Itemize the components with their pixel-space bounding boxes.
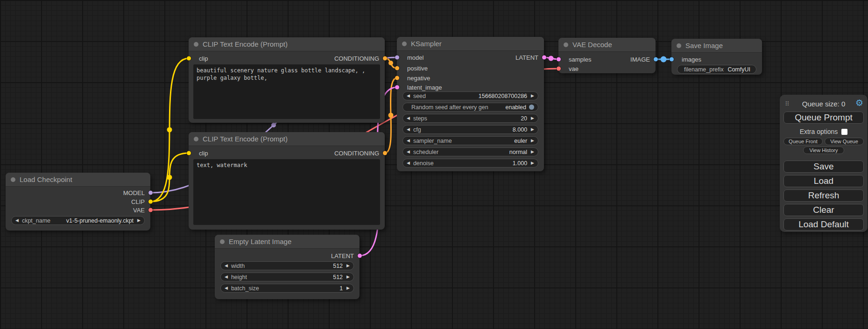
widget-value: enabled — [506, 104, 527, 111]
image-port-icon[interactable] — [654, 57, 658, 62]
random-seed-toggle-widget[interactable]: Random seed after every gen enabled — [402, 103, 538, 112]
model-port-icon[interactable] — [148, 191, 153, 195]
conditioning-port-icon[interactable] — [395, 66, 399, 70]
view-queue-button[interactable]: View Queue — [825, 138, 864, 145]
extra-options-checkbox[interactable] — [841, 129, 847, 135]
widget-value: 1.000 — [513, 160, 527, 167]
node-title-bar[interactable]: KSampler — [397, 37, 544, 51]
widget-label: sampler_name — [413, 138, 452, 144]
latent-port-icon[interactable] — [358, 254, 362, 258]
output-label: CLIP — [131, 198, 145, 205]
node-graph-canvas[interactable]: Load Checkpoint MODEL CLIP VAE ◀ ckpt_na… — [0, 0, 868, 329]
seed-widget[interactable]: ◀ seed 156680208700286 ▶ — [402, 91, 538, 100]
decrement-arrow-icon[interactable]: ◀ — [407, 161, 410, 165]
latent-port-icon[interactable] — [542, 56, 546, 60]
increment-arrow-icon[interactable]: ▶ — [531, 161, 534, 165]
node-clip-text-encode-negative[interactable]: CLIP Text Encode (Prompt) clip CONDITION… — [189, 132, 385, 230]
node-title-bar[interactable]: VAE Decode — [558, 38, 656, 52]
increment-arrow-icon[interactable]: ▶ — [346, 264, 350, 268]
toggle-dot-icon[interactable] — [529, 105, 534, 110]
collapse-dot-icon[interactable] — [677, 43, 681, 48]
decrement-arrow-icon[interactable]: ◀ — [225, 286, 228, 290]
increment-arrow-icon[interactable]: ▶ — [531, 116, 534, 120]
input-slot-samples: samples — [558, 56, 591, 63]
save-button[interactable]: Save — [783, 161, 864, 173]
conditioning-port-icon[interactable] — [383, 56, 387, 61]
decrement-arrow-icon[interactable]: ◀ — [407, 116, 410, 120]
width-widget[interactable]: ◀ width 512 ▶ — [220, 261, 354, 270]
settings-gear-icon[interactable]: ⚙ — [855, 98, 863, 108]
clip-port-icon[interactable] — [187, 151, 191, 155]
cfg-widget[interactable]: ◀ cfg 8.000 ▶ — [402, 125, 538, 134]
input-slot-vae: vae — [558, 65, 579, 72]
node-load-checkpoint[interactable]: Load Checkpoint MODEL CLIP VAE ◀ ckpt_na… — [6, 173, 150, 231]
increment-arrow-icon[interactable]: ▶ — [531, 127, 534, 132]
clip-port-icon[interactable] — [148, 200, 153, 204]
node-title-bar[interactable]: Empty Latent Image — [215, 235, 360, 249]
decrement-arrow-icon[interactable]: ◀ — [407, 94, 410, 98]
decrement-arrow-icon[interactable]: ◀ — [407, 150, 410, 154]
conditioning-port-icon[interactable] — [395, 76, 399, 80]
increment-arrow-icon[interactable]: ▶ — [346, 275, 350, 279]
node-save-image[interactable]: Save Image images filename_prefix ComfyU… — [671, 39, 762, 75]
collapse-dot-icon[interactable] — [402, 42, 407, 46]
filename-prefix-widget[interactable]: filename_prefix ComfyUI — [677, 65, 756, 74]
latent-port-icon[interactable] — [395, 85, 399, 90]
decrement-arrow-icon[interactable]: ◀ — [225, 275, 228, 279]
node-empty-latent-image[interactable]: Empty Latent Image LATENT ◀ width 512 ▶ … — [215, 235, 360, 299]
increment-arrow-icon[interactable]: ▶ — [346, 286, 350, 290]
node-title-bar[interactable]: Load Checkpoint — [6, 173, 150, 187]
load-button[interactable]: Load — [783, 175, 864, 187]
height-widget[interactable]: ◀ height 512 ▶ — [220, 273, 354, 281]
collapse-dot-icon[interactable] — [564, 42, 568, 47]
vae-port-icon[interactable] — [557, 67, 561, 71]
increment-arrow-icon[interactable]: ▶ — [531, 94, 534, 98]
queue-prompt-button[interactable]: Queue Prompt — [783, 112, 864, 124]
load-default-button[interactable]: Load Default — [783, 218, 864, 231]
steps-widget[interactable]: ◀ steps 20 ▶ — [402, 114, 538, 123]
node-title-bar[interactable]: CLIP Text Encode (Prompt) — [189, 132, 385, 146]
denoise-widget[interactable]: ◀ denoise 1.000 ▶ — [402, 159, 538, 168]
queue-front-button[interactable]: Queue Front — [783, 138, 823, 145]
decrement-arrow-icon[interactable]: ◀ — [407, 139, 410, 143]
positive-prompt-textarea[interactable]: beautiful scenery nature glass bottle la… — [193, 64, 380, 119]
output-label: CONDITIONING — [334, 150, 379, 157]
input-label: vae — [569, 65, 579, 72]
negative-prompt-textarea[interactable]: text, watermark — [193, 159, 380, 225]
node-title-bar[interactable]: Save Image — [671, 39, 762, 53]
image-port-icon[interactable] — [670, 57, 674, 62]
decrement-arrow-icon[interactable]: ◀ — [15, 218, 19, 223]
ckpt-name-widget[interactable]: ◀ ckpt_name v1-5-pruned-emaonly.ckpt ▶ — [11, 216, 145, 225]
node-vae-decode[interactable]: VAE Decode samples IMAGE vae — [558, 38, 656, 73]
node-title: CLIP Text Encode (Prompt) — [203, 135, 288, 143]
node-title-bar[interactable]: CLIP Text Encode (Prompt) — [189, 37, 385, 51]
scheduler-widget[interactable]: ◀ scheduler normal ▶ — [402, 147, 538, 156]
batch-size-widget[interactable]: ◀ batch_size 1 ▶ — [220, 284, 354, 293]
node-clip-text-encode-positive[interactable]: CLIP Text Encode (Prompt) clip CONDITION… — [189, 37, 385, 123]
increment-arrow-icon[interactable]: ▶ — [137, 218, 141, 223]
sampler-name-widget[interactable]: ◀ sampler_name euler ▶ — [402, 136, 538, 145]
clip-port-icon[interactable] — [187, 56, 191, 61]
vae-port-icon[interactable] — [148, 208, 153, 212]
increment-arrow-icon[interactable]: ▶ — [531, 139, 534, 143]
collapse-dot-icon[interactable] — [194, 42, 198, 47]
conditioning-port-icon[interactable] — [383, 151, 387, 155]
node-title: Load Checkpoint — [20, 175, 72, 183]
latent-port-icon[interactable] — [557, 57, 561, 62]
node-ksampler[interactable]: KSampler model LATENT positive negative … — [397, 37, 544, 171]
increment-arrow-icon[interactable]: ▶ — [531, 150, 534, 154]
collapse-dot-icon[interactable] — [220, 239, 225, 244]
decrement-arrow-icon[interactable]: ◀ — [225, 264, 228, 268]
model-port-icon[interactable] — [395, 56, 399, 60]
collapse-dot-icon[interactable] — [11, 177, 15, 182]
link-midpoint-dot — [549, 56, 554, 61]
output-label: MODEL — [123, 189, 145, 196]
input-label: samples — [569, 56, 591, 63]
clear-button[interactable]: Clear — [783, 204, 864, 216]
view-history-button[interactable]: View History — [803, 147, 844, 154]
drag-handle-icon[interactable]: ⠿ — [785, 101, 790, 107]
decrement-arrow-icon[interactable]: ◀ — [407, 127, 410, 132]
output-label: VAE — [133, 207, 145, 214]
collapse-dot-icon[interactable] — [194, 137, 198, 141]
refresh-button[interactable]: Refresh — [783, 189, 864, 202]
